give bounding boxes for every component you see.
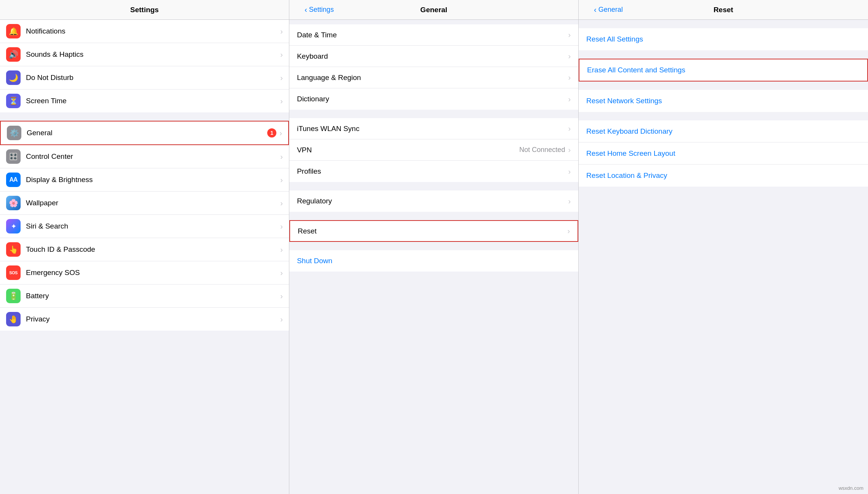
general-header: ‹ Settings General [289,0,578,20]
general-list-scroll: Date & Time › Keyboard › Language & Regi… [289,20,578,494]
back-chevron-icon: ‹ [594,5,597,14]
controlcenter-icon: 🎛️ [6,149,21,164]
general-item-keyboard[interactable]: Keyboard › [289,46,578,67]
settings-header: Settings [0,0,289,20]
chevron-right-icon: › [568,52,571,61]
privacy-icon: 🤚 [6,312,21,326]
settings-item-privacy[interactable]: 🤚 Privacy › [0,308,289,331]
reset-group-3: Reset Network Settings [579,90,868,112]
vpn-label: VPN [297,146,519,154]
reset-item-all-settings[interactable]: Reset All Settings [579,28,868,50]
settings-group-2: ⚙️ General 1 › 🎛️ Control Center › AA Di… [0,121,289,331]
notifications-icon: 🔔 [6,24,21,38]
profiles-label: Profiles [297,167,568,176]
reset-header: ‹ General Reset [579,0,868,20]
back-to-settings[interactable]: ‹ Settings [305,5,334,14]
chevron-right-icon: › [568,30,571,39]
reset-item-network[interactable]: Reset Network Settings [579,90,868,112]
general-item-regulatory[interactable]: Regulatory › [289,190,578,212]
general-item-profiles[interactable]: Profiles › [289,161,578,182]
general-header-nav: ‹ Settings General [297,6,571,14]
reset-title: Reset [714,6,733,14]
emergencysos-label: Emergency SOS [26,269,280,277]
reset-group-4: Reset Keyboard Dictionary Reset Home Scr… [579,120,868,187]
general-item-ituneswlan[interactable]: iTunes WLAN Sync › [289,118,578,139]
general-title: General [420,6,448,14]
general-group-1: Date & Time › Keyboard › Language & Regi… [289,24,578,110]
reset-group-1: Reset All Settings [579,28,868,50]
sounds-label: Sounds & Haptics [26,50,280,59]
chevron-right-icon: › [568,167,571,176]
settings-item-touchid[interactable]: 👆 Touch ID & Passcode › [0,238,289,261]
touchid-icon: 👆 [6,242,21,257]
reset-item-homescreen[interactable]: Reset Home Screen Layout [579,142,868,165]
general-item-reset[interactable]: Reset › [289,220,578,242]
controlcenter-label: Control Center [26,152,280,161]
back-chevron-icon: ‹ [305,5,307,14]
section-separator [579,112,868,120]
donotdisturb-icon: 🌙 [6,70,21,85]
notifications-label: Notifications [26,27,280,35]
chevron-right-icon: › [280,97,283,106]
keyboard-label: Keyboard [297,52,568,61]
chevron-right-icon: › [280,27,283,36]
settings-title: Settings [130,6,159,14]
reset-keyboard-label: Reset Keyboard Dictionary [586,127,672,136]
reset-column: ‹ General Reset Reset All Settings Erase… [579,0,868,494]
screentime-icon: ⏳ [6,94,21,108]
general-item-language[interactable]: Language & Region › [289,67,578,88]
general-item-datetime[interactable]: Date & Time › [289,24,578,46]
chevron-right-icon: › [568,95,571,104]
reset-item-location[interactable]: Reset Location & Privacy [579,165,868,187]
settings-item-screentime[interactable]: ⏳ Screen Time › [0,90,289,112]
erase-all-label: Erase All Content and Settings [587,66,685,74]
settings-item-general[interactable]: ⚙️ General 1 › [0,121,289,145]
chevron-right-icon: › [280,74,283,82]
battery-icon: 🔋 [6,289,21,303]
chevron-right-icon: › [280,269,283,277]
section-separator [289,182,578,190]
settings-group-1: 🔔 Notifications › 🔊 Sounds & Haptics › 🌙… [0,20,289,112]
chevron-right-icon: › [280,292,283,301]
settings-item-emergencysos[interactable]: SOS Emergency SOS › [0,261,289,285]
reset-label: Reset [298,227,567,235]
reset-homescreen-label: Reset Home Screen Layout [586,149,675,158]
general-item-vpn[interactable]: VPN Not Connected › [289,139,578,161]
wallpaper-label: Wallpaper [26,199,280,207]
section-separator [579,82,868,90]
reset-header-nav: ‹ General Reset [586,6,860,14]
chevron-right-icon: › [567,227,570,235]
settings-item-siri[interactable]: ✦ Siri & Search › [0,215,289,238]
chevron-right-icon: › [568,124,571,133]
emergencysos-icon: SOS [6,265,21,280]
siri-icon: ✦ [6,219,21,233]
reset-network-label: Reset Network Settings [586,97,662,105]
settings-item-notifications[interactable]: 🔔 Notifications › [0,20,289,43]
general-icon: ⚙️ [7,126,21,140]
general-group-shutdown: Shut Down [289,250,578,272]
back-to-general[interactable]: ‹ General [594,5,623,14]
settings-column: Settings 🔔 Notifications › 🔊 Sounds & Ha… [0,0,289,494]
chevron-right-icon: › [280,152,283,161]
section-separator [579,20,868,28]
reset-item-erase-all[interactable]: Erase All Content and Settings [579,59,868,82]
general-item-dictionary[interactable]: Dictionary › [289,88,578,110]
reset-item-keyboard[interactable]: Reset Keyboard Dictionary [579,120,868,142]
shutdown-label: Shut Down [297,257,332,265]
settings-item-display[interactable]: AA Display & Brightness › [0,168,289,192]
general-column: ‹ Settings General Date & Time › Keyboar… [289,0,579,494]
section-separator [289,110,578,118]
reset-location-label: Reset Location & Privacy [586,171,667,180]
chevron-right-icon: › [280,199,283,208]
settings-item-wallpaper[interactable]: 🌸 Wallpaper › [0,192,289,215]
general-item-shutdown[interactable]: Shut Down [289,250,578,272]
general-group-3: Regulatory › [289,190,578,212]
settings-item-donotdisturb[interactable]: 🌙 Do Not Disturb › [0,66,289,90]
settings-item-controlcenter[interactable]: 🎛️ Control Center › [0,145,289,168]
chevron-right-icon: › [280,176,283,184]
settings-item-sounds[interactable]: 🔊 Sounds & Haptics › [0,43,289,66]
back-settings-label: Settings [309,6,334,14]
settings-item-battery[interactable]: 🔋 Battery › [0,285,289,308]
display-icon: AA [6,173,21,187]
donotdisturb-label: Do Not Disturb [26,74,280,82]
